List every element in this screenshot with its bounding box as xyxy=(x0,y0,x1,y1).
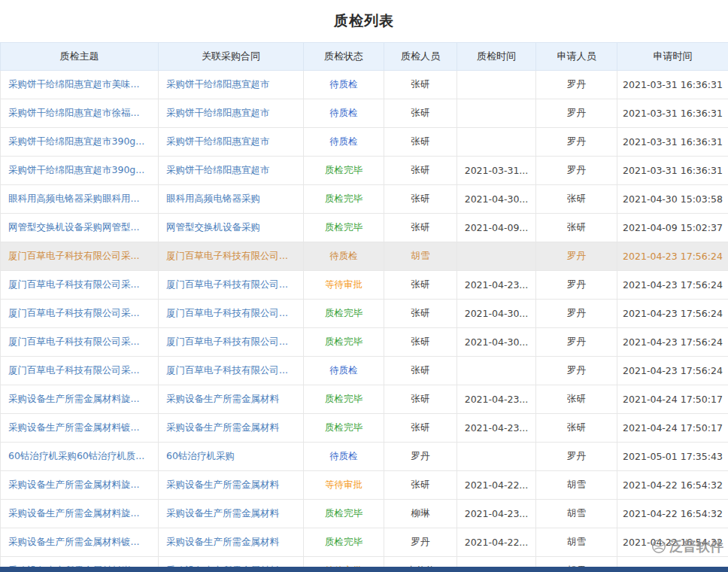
table-row[interactable]: 采购设备生产所需金属材料旋...采购设备生产所需金属材料质检完毕柳琳2021-0… xyxy=(1,500,728,528)
contract-link[interactable]: 采购设备生产所需金属材料 xyxy=(166,393,279,404)
apply-time: 2021-04-23 17:56:24 xyxy=(617,271,728,300)
inspector-name: 罗丹 xyxy=(384,528,457,557)
apply-time: 2021-04-22 16:54:32 xyxy=(617,500,728,528)
inspection-subject-link[interactable]: 网管型交换机设备采购网管型... xyxy=(8,221,139,233)
inspection-subject-link[interactable]: 厦门百草电子科技有限公司采... xyxy=(8,336,139,347)
contract-link[interactable]: 厦门百草电子科技有限公司... xyxy=(166,278,288,290)
applicant-name: 罗丹 xyxy=(536,157,617,185)
table-cell: 采购饼干给绵阳惠宜超市 xyxy=(159,157,304,185)
col-header-inspect-time: 质检时间 xyxy=(457,43,536,71)
table-row[interactable]: 厦门百草电子科技有限公司采...厦门百草电子科技有限公司...待质检张研罗丹20… xyxy=(1,357,728,385)
inspector-name: 张研 xyxy=(384,128,457,157)
status-text: 质检完毕 xyxy=(304,414,384,443)
inspection-subject-link[interactable]: 厦门百草电子科技有限公司采... xyxy=(8,364,139,376)
inspector-name: 张研 xyxy=(384,99,457,128)
applicant-name: 罗丹 xyxy=(536,71,617,99)
table-row[interactable]: 眼科用高频电铬器采购眼科用...眼科用高频电铬器采购质检完毕张研2021-04-… xyxy=(1,185,728,214)
table-row[interactable]: 60钴治疗机采购60钴治疗机质...60钴治疗机采购待质检罗丹罗丹2021-05… xyxy=(1,443,728,471)
inspection-subject-link[interactable]: 厦门百草电子科技有限公司采... xyxy=(8,307,139,318)
status-text: 质检完毕 xyxy=(304,300,384,328)
table-cell: 厦门百草电子科技有限公司... xyxy=(159,271,304,300)
inspection-subject-link[interactable]: 厦门百草电子科技有限公司采... xyxy=(8,278,139,290)
contract-link[interactable]: 采购饼干给绵阳惠宜超市 xyxy=(166,135,270,147)
table-cell: 厦门百草电子科技有限公司... xyxy=(159,357,304,385)
contract-link[interactable]: 采购设备生产所需金属材料 xyxy=(166,536,279,547)
contract-link[interactable]: 采购饼干给绵阳惠宜超市 xyxy=(166,164,270,175)
inspection-subject-link[interactable]: 采购饼干给绵阳惠宜超市390g... xyxy=(8,164,144,175)
inspect-time: 2021-04-23... xyxy=(457,414,536,443)
table-cell: 采购设备生产所需金属材料镀... xyxy=(1,528,159,557)
apply-time: 2021-05-01 17:35:43 xyxy=(617,443,728,471)
table-row[interactable]: 采购饼干给绵阳惠宜超市徐福...采购饼干给绵阳惠宜超市待质检张研罗丹2021-0… xyxy=(1,99,728,128)
table-cell: 采购饼干给绵阳惠宜超市 xyxy=(159,99,304,128)
contract-link[interactable]: 采购饼干给绵阳惠宜超市 xyxy=(166,107,270,118)
table-row[interactable]: 采购饼干给绵阳惠宜超市390g...采购饼干给绵阳惠宜超市质检完毕张研2021-… xyxy=(1,157,728,185)
apply-time: 2021-04-30 15:03:58 xyxy=(617,185,728,214)
inspection-subject-link[interactable]: 采购饼干给绵阳惠宜超市390g... xyxy=(8,135,144,147)
inspect-time: 2021-04-23... xyxy=(457,385,536,414)
contract-link[interactable]: 厦门百草电子科技有限公司... xyxy=(166,336,288,347)
inspect-time: 2021-04-23... xyxy=(457,271,536,300)
contract-link[interactable]: 厦门百草电子科技有限公司... xyxy=(166,307,288,318)
status-text: 待质检 xyxy=(304,443,384,471)
applicant-name: 罗丹 xyxy=(536,300,617,328)
inspect-time: 2021-04-09... xyxy=(457,214,536,242)
contract-link[interactable]: 采购设备生产所需金属材料 xyxy=(166,421,279,433)
apply-time: 2021-04-24 17:50:17 xyxy=(617,414,728,443)
footer-bar xyxy=(0,567,728,572)
col-header-inspector: 质检人员 xyxy=(384,43,457,71)
table-row[interactable]: 采购饼干给绵阳惠宜超市390g...采购饼干给绵阳惠宜超市待质检张研罗丹2021… xyxy=(1,128,728,157)
status-text: 待质检 xyxy=(304,242,384,271)
table-cell: 厦门百草电子科技有限公司采... xyxy=(1,242,159,271)
table-row[interactable]: 厦门百草电子科技有限公司采...厦门百草电子科技有限公司...质检完毕张研202… xyxy=(1,300,728,328)
inspect-time xyxy=(457,99,536,128)
contract-link[interactable]: 厦门百草电子科技有限公司... xyxy=(166,250,288,261)
inspector-name: 张研 xyxy=(384,271,457,300)
table-row[interactable]: 网管型交换机设备采购网管型...网管型交换机设备采购质检完毕张研2021-04-… xyxy=(1,214,728,242)
inspection-subject-link[interactable]: 采购设备生产所需金属材料旋... xyxy=(8,479,139,490)
table-row[interactable]: 厦门百草电子科技有限公司采...厦门百草电子科技有限公司...质检完毕张研202… xyxy=(1,328,728,357)
title-bar: 质检列表 xyxy=(0,0,728,42)
inspection-subject-link[interactable]: 采购设备生产所需金属材料镀... xyxy=(8,536,139,547)
applicant-name: 罗丹 xyxy=(536,271,617,300)
table-cell: 采购设备生产所需金属材料旋... xyxy=(1,471,159,500)
status-text: 待质检 xyxy=(304,357,384,385)
table-row[interactable]: 采购设备生产所需金属材料旋...采购设备生产所需金属材料质检完毕张研2021-0… xyxy=(1,385,728,414)
applicant-name: 罗丹 xyxy=(536,357,617,385)
table-row[interactable]: 采购设备生产所需金属材料旋...采购设备生产所需金属材料等待审批张研2021-0… xyxy=(1,471,728,500)
quality-inspection-list-page: 质检列表 质检主题 关联采购合同 质检状态 质检人员 质检时间 申请人员 申请时… xyxy=(0,0,728,572)
table-cell: 采购设备生产所需金属材料旋... xyxy=(1,500,159,528)
applicant-name: 罗丹 xyxy=(536,328,617,357)
contract-link[interactable]: 网管型交换机设备采购 xyxy=(166,221,260,233)
inspection-subject-link[interactable]: 眼科用高频电铬器采购眼科用... xyxy=(8,193,139,204)
inspection-subject-link[interactable]: 采购设备生产所需金属材料镀... xyxy=(8,421,139,433)
contract-link[interactable]: 60钴治疗机采购 xyxy=(166,450,235,461)
apply-time: 2021-04-24 17:50:17 xyxy=(617,385,728,414)
table-row[interactable]: 采购设备生产所需金属材料镀...采购设备生产所需金属材料质检完毕罗丹2021-0… xyxy=(1,528,728,557)
table-row[interactable]: 采购设备生产所需金属材料镀...采购设备生产所需金属材料质检完毕张研2021-0… xyxy=(1,414,728,443)
inspection-subject-link[interactable]: 采购设备生产所需金属材料旋... xyxy=(8,507,139,519)
apply-time: 2021-03-31 16:36:31 xyxy=(617,99,728,128)
inspection-subject-link[interactable]: 60钴治疗机采购60钴治疗机质... xyxy=(8,450,144,461)
inspection-subject-link[interactable]: 厦门百草电子科技有限公司采... xyxy=(8,250,139,261)
inspector-name: 张研 xyxy=(384,157,457,185)
contract-link[interactable]: 采购设备生产所需金属材料 xyxy=(166,479,279,490)
applicant-name: 张研 xyxy=(536,414,617,443)
table-cell: 采购设备生产所需金属材料 xyxy=(159,385,304,414)
inspection-subject-link[interactable]: 采购饼干给绵阳惠宜超市徐福... xyxy=(8,107,139,118)
apply-time: 2021-03-31 16:36:31 xyxy=(617,71,728,99)
contract-link[interactable]: 眼科用高频电铬器采购 xyxy=(166,193,260,204)
table-row[interactable]: 厦门百草电子科技有限公司采...厦门百草电子科技有限公司...等待审批张研202… xyxy=(1,271,728,300)
table-row[interactable]: 厦门百草电子科技有限公司采...厦门百草电子科技有限公司...待质检胡雪罗丹20… xyxy=(1,242,728,271)
contract-link[interactable]: 采购饼干给绵阳惠宜超市 xyxy=(166,78,270,90)
table-cell: 采购饼干给绵阳惠宜超市 xyxy=(159,128,304,157)
contract-link[interactable]: 采购设备生产所需金属材料 xyxy=(166,507,279,519)
contract-link[interactable]: 厦门百草电子科技有限公司... xyxy=(166,364,288,376)
applicant-name: 罗丹 xyxy=(536,99,617,128)
col-header-applicant: 申请人员 xyxy=(536,43,617,71)
inspector-name: 罗丹 xyxy=(384,443,457,471)
inspection-subject-link[interactable]: 采购饼干给绵阳惠宜超市美味... xyxy=(8,78,139,90)
table-row[interactable]: 采购饼干给绵阳惠宜超市美味...采购饼干给绵阳惠宜超市待质检张研罗丹2021-0… xyxy=(1,71,728,99)
inspection-subject-link[interactable]: 采购设备生产所需金属材料旋... xyxy=(8,393,139,404)
table-cell: 60钴治疗机采购60钴治疗机质... xyxy=(1,443,159,471)
